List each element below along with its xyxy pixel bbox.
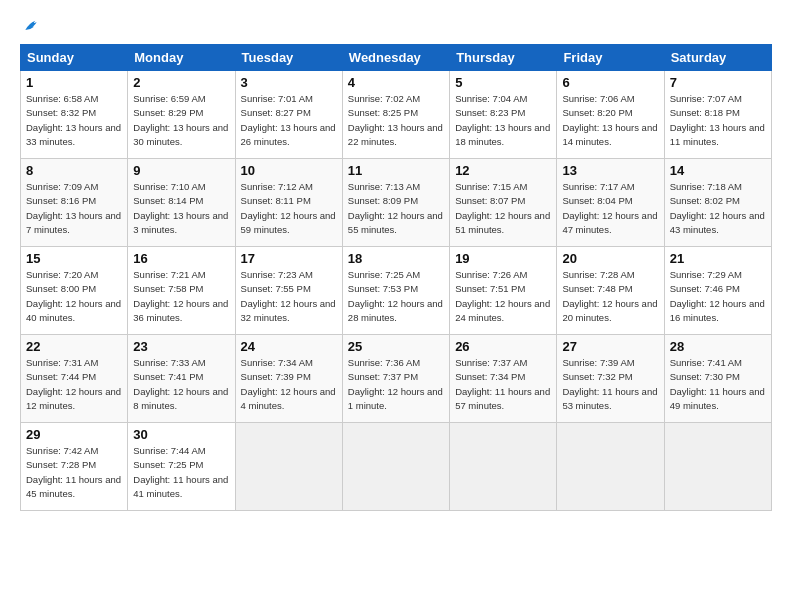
calendar-cell: 16Sunrise: 7:21 AMSunset: 7:58 PMDayligh… xyxy=(128,247,235,335)
day-info: Sunrise: 7:07 AMSunset: 8:18 PMDaylight:… xyxy=(670,92,766,149)
header-wednesday: Wednesday xyxy=(342,45,449,71)
calendar-cell xyxy=(450,423,557,511)
day-number: 22 xyxy=(26,339,122,354)
day-number: 16 xyxy=(133,251,229,266)
calendar-cell: 9Sunrise: 7:10 AMSunset: 8:14 PMDaylight… xyxy=(128,159,235,247)
day-number: 20 xyxy=(562,251,658,266)
calendar-cell: 10Sunrise: 7:12 AMSunset: 8:11 PMDayligh… xyxy=(235,159,342,247)
day-number: 30 xyxy=(133,427,229,442)
calendar-cell: 30Sunrise: 7:44 AMSunset: 7:25 PMDayligh… xyxy=(128,423,235,511)
logo xyxy=(20,16,42,36)
calendar-cell: 24Sunrise: 7:34 AMSunset: 7:39 PMDayligh… xyxy=(235,335,342,423)
day-number: 3 xyxy=(241,75,337,90)
day-info: Sunrise: 7:28 AMSunset: 7:48 PMDaylight:… xyxy=(562,268,658,325)
header-monday: Monday xyxy=(128,45,235,71)
calendar-cell: 20Sunrise: 7:28 AMSunset: 7:48 PMDayligh… xyxy=(557,247,664,335)
day-info: Sunrise: 7:41 AMSunset: 7:30 PMDaylight:… xyxy=(670,356,766,413)
calendar-cell xyxy=(235,423,342,511)
day-info: Sunrise: 7:06 AMSunset: 8:20 PMDaylight:… xyxy=(562,92,658,149)
logo-bird-icon xyxy=(22,16,42,36)
day-number: 9 xyxy=(133,163,229,178)
day-info: Sunrise: 7:21 AMSunset: 7:58 PMDaylight:… xyxy=(133,268,229,325)
day-info: Sunrise: 6:58 AMSunset: 8:32 PMDaylight:… xyxy=(26,92,122,149)
calendar-cell xyxy=(664,423,771,511)
day-number: 29 xyxy=(26,427,122,442)
day-number: 14 xyxy=(670,163,766,178)
day-number: 13 xyxy=(562,163,658,178)
day-info: Sunrise: 6:59 AMSunset: 8:29 PMDaylight:… xyxy=(133,92,229,149)
calendar-header-row: SundayMondayTuesdayWednesdayThursdayFrid… xyxy=(21,45,772,71)
day-number: 23 xyxy=(133,339,229,354)
calendar-cell: 8Sunrise: 7:09 AMSunset: 8:16 PMDaylight… xyxy=(21,159,128,247)
calendar-week-4: 22Sunrise: 7:31 AMSunset: 7:44 PMDayligh… xyxy=(21,335,772,423)
day-info: Sunrise: 7:17 AMSunset: 8:04 PMDaylight:… xyxy=(562,180,658,237)
day-info: Sunrise: 7:18 AMSunset: 8:02 PMDaylight:… xyxy=(670,180,766,237)
day-number: 12 xyxy=(455,163,551,178)
calendar-cell: 22Sunrise: 7:31 AMSunset: 7:44 PMDayligh… xyxy=(21,335,128,423)
calendar-cell: 1Sunrise: 6:58 AMSunset: 8:32 PMDaylight… xyxy=(21,71,128,159)
day-info: Sunrise: 7:26 AMSunset: 7:51 PMDaylight:… xyxy=(455,268,551,325)
header-friday: Friday xyxy=(557,45,664,71)
calendar-cell: 25Sunrise: 7:36 AMSunset: 7:37 PMDayligh… xyxy=(342,335,449,423)
page-header xyxy=(20,16,772,36)
day-number: 25 xyxy=(348,339,444,354)
day-info: Sunrise: 7:09 AMSunset: 8:16 PMDaylight:… xyxy=(26,180,122,237)
calendar-cell: 2Sunrise: 6:59 AMSunset: 8:29 PMDaylight… xyxy=(128,71,235,159)
day-info: Sunrise: 7:04 AMSunset: 8:23 PMDaylight:… xyxy=(455,92,551,149)
day-info: Sunrise: 7:13 AMSunset: 8:09 PMDaylight:… xyxy=(348,180,444,237)
day-info: Sunrise: 7:31 AMSunset: 7:44 PMDaylight:… xyxy=(26,356,122,413)
calendar-cell: 26Sunrise: 7:37 AMSunset: 7:34 PMDayligh… xyxy=(450,335,557,423)
calendar-week-2: 8Sunrise: 7:09 AMSunset: 8:16 PMDaylight… xyxy=(21,159,772,247)
calendar-cell: 23Sunrise: 7:33 AMSunset: 7:41 PMDayligh… xyxy=(128,335,235,423)
day-number: 6 xyxy=(562,75,658,90)
day-info: Sunrise: 7:37 AMSunset: 7:34 PMDaylight:… xyxy=(455,356,551,413)
calendar-cell xyxy=(557,423,664,511)
day-number: 4 xyxy=(348,75,444,90)
day-number: 17 xyxy=(241,251,337,266)
calendar-cell: 27Sunrise: 7:39 AMSunset: 7:32 PMDayligh… xyxy=(557,335,664,423)
calendar-cell: 12Sunrise: 7:15 AMSunset: 8:07 PMDayligh… xyxy=(450,159,557,247)
calendar-cell: 17Sunrise: 7:23 AMSunset: 7:55 PMDayligh… xyxy=(235,247,342,335)
day-info: Sunrise: 7:42 AMSunset: 7:28 PMDaylight:… xyxy=(26,444,122,501)
day-number: 19 xyxy=(455,251,551,266)
calendar-cell: 6Sunrise: 7:06 AMSunset: 8:20 PMDaylight… xyxy=(557,71,664,159)
header-sunday: Sunday xyxy=(21,45,128,71)
day-info: Sunrise: 7:20 AMSunset: 8:00 PMDaylight:… xyxy=(26,268,122,325)
day-info: Sunrise: 7:15 AMSunset: 8:07 PMDaylight:… xyxy=(455,180,551,237)
day-number: 26 xyxy=(455,339,551,354)
day-info: Sunrise: 7:34 AMSunset: 7:39 PMDaylight:… xyxy=(241,356,337,413)
calendar-cell: 7Sunrise: 7:07 AMSunset: 8:18 PMDaylight… xyxy=(664,71,771,159)
calendar-week-1: 1Sunrise: 6:58 AMSunset: 8:32 PMDaylight… xyxy=(21,71,772,159)
day-number: 5 xyxy=(455,75,551,90)
calendar-cell: 14Sunrise: 7:18 AMSunset: 8:02 PMDayligh… xyxy=(664,159,771,247)
calendar-cell: 13Sunrise: 7:17 AMSunset: 8:04 PMDayligh… xyxy=(557,159,664,247)
calendar-cell: 29Sunrise: 7:42 AMSunset: 7:28 PMDayligh… xyxy=(21,423,128,511)
day-number: 28 xyxy=(670,339,766,354)
day-number: 7 xyxy=(670,75,766,90)
calendar-week-3: 15Sunrise: 7:20 AMSunset: 8:00 PMDayligh… xyxy=(21,247,772,335)
calendar-cell xyxy=(342,423,449,511)
day-info: Sunrise: 7:01 AMSunset: 8:27 PMDaylight:… xyxy=(241,92,337,149)
calendar-cell: 4Sunrise: 7:02 AMSunset: 8:25 PMDaylight… xyxy=(342,71,449,159)
day-number: 8 xyxy=(26,163,122,178)
day-info: Sunrise: 7:39 AMSunset: 7:32 PMDaylight:… xyxy=(562,356,658,413)
day-info: Sunrise: 7:10 AMSunset: 8:14 PMDaylight:… xyxy=(133,180,229,237)
header-tuesday: Tuesday xyxy=(235,45,342,71)
day-info: Sunrise: 7:23 AMSunset: 7:55 PMDaylight:… xyxy=(241,268,337,325)
calendar-week-5: 29Sunrise: 7:42 AMSunset: 7:28 PMDayligh… xyxy=(21,423,772,511)
calendar-table: SundayMondayTuesdayWednesdayThursdayFrid… xyxy=(20,44,772,511)
day-info: Sunrise: 7:25 AMSunset: 7:53 PMDaylight:… xyxy=(348,268,444,325)
header-saturday: Saturday xyxy=(664,45,771,71)
day-info: Sunrise: 7:29 AMSunset: 7:46 PMDaylight:… xyxy=(670,268,766,325)
calendar-cell: 28Sunrise: 7:41 AMSunset: 7:30 PMDayligh… xyxy=(664,335,771,423)
day-info: Sunrise: 7:02 AMSunset: 8:25 PMDaylight:… xyxy=(348,92,444,149)
day-info: Sunrise: 7:44 AMSunset: 7:25 PMDaylight:… xyxy=(133,444,229,501)
header-thursday: Thursday xyxy=(450,45,557,71)
calendar-cell: 19Sunrise: 7:26 AMSunset: 7:51 PMDayligh… xyxy=(450,247,557,335)
day-number: 2 xyxy=(133,75,229,90)
day-info: Sunrise: 7:33 AMSunset: 7:41 PMDaylight:… xyxy=(133,356,229,413)
day-number: 11 xyxy=(348,163,444,178)
day-number: 21 xyxy=(670,251,766,266)
day-number: 10 xyxy=(241,163,337,178)
day-info: Sunrise: 7:12 AMSunset: 8:11 PMDaylight:… xyxy=(241,180,337,237)
